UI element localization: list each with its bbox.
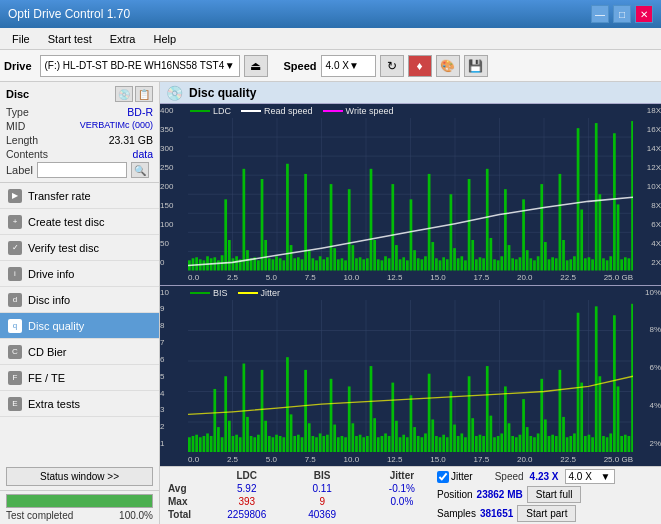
svg-rect-74 <box>395 245 398 270</box>
speed-dropdown[interactable]: 4.0 X ▼ <box>565 469 615 484</box>
nav-cd-bier[interactable]: C CD Bier <box>0 339 159 365</box>
svg-rect-263 <box>584 435 587 452</box>
drive-selector[interactable]: (F:) HL-DT-ST BD-RE WH16NS58 TST4 ▼ <box>40 55 240 77</box>
theme-button[interactable]: 🎨 <box>436 55 460 77</box>
svg-rect-273 <box>620 435 623 452</box>
nav-transfer-rate[interactable]: ▶ Transfer rate <box>0 183 159 209</box>
svg-rect-258 <box>566 437 569 452</box>
menu-help[interactable]: Help <box>145 31 184 47</box>
disc-quality-icon: q <box>8 319 22 333</box>
svg-rect-67 <box>370 169 373 271</box>
nav-disc-quality[interactable]: q Disc quality <box>0 313 159 339</box>
save-button[interactable]: 💾 <box>464 55 488 77</box>
eject-button[interactable]: ⏏ <box>244 55 268 77</box>
chart-title: Disc quality <box>189 86 256 100</box>
svg-rect-274 <box>624 434 627 452</box>
svg-rect-29 <box>232 258 235 270</box>
svg-rect-214 <box>406 437 409 452</box>
nav-drive-info[interactable]: i Drive info <box>0 261 159 287</box>
svg-rect-99 <box>486 169 489 271</box>
svg-rect-111 <box>529 258 532 270</box>
start-full-button[interactable]: Start full <box>527 486 582 503</box>
refresh-button[interactable]: ↻ <box>380 55 404 77</box>
samples-value: 381651 <box>480 508 513 519</box>
menu-extra[interactable]: Extra <box>102 31 144 47</box>
svg-rect-42 <box>279 258 282 270</box>
svg-rect-126 <box>584 258 587 270</box>
close-button[interactable]: ✕ <box>635 5 653 23</box>
svg-rect-113 <box>537 256 540 270</box>
svg-rect-193 <box>330 378 333 452</box>
avg-ldc: 5.92 <box>204 482 290 495</box>
ldc-legend: LDC Read speed Write speed <box>190 106 393 116</box>
svg-rect-164 <box>224 376 227 452</box>
nav-fe-te-label: FE / TE <box>28 372 65 384</box>
nav-disc-quality-label: Disc quality <box>28 320 84 332</box>
length-value: 23.31 GB <box>109 134 153 146</box>
svg-rect-86 <box>439 260 442 270</box>
settings-button[interactable]: ♦ <box>408 55 432 77</box>
start-part-button[interactable]: Start part <box>517 505 576 522</box>
minimize-button[interactable]: — <box>591 5 609 23</box>
svg-rect-194 <box>333 424 336 452</box>
nav-extra-tests[interactable]: E Extra tests <box>0 391 159 417</box>
svg-rect-182 <box>290 414 293 452</box>
svg-rect-27 <box>224 199 227 270</box>
svg-rect-116 <box>548 259 551 270</box>
charts-container: LDC Read speed Write speed 0501001502002… <box>160 104 661 466</box>
svg-rect-49 <box>304 174 307 271</box>
svg-rect-135 <box>617 204 620 270</box>
progress-pct: 100.0% <box>119 510 153 521</box>
label-input[interactable] <box>37 162 127 178</box>
svg-rect-136 <box>620 259 623 270</box>
svg-rect-249 <box>533 437 536 452</box>
maximize-button[interactable]: □ <box>613 5 631 23</box>
mid-value: VERBATIMc (000) <box>80 120 153 132</box>
svg-rect-170 <box>246 416 249 452</box>
disc-icon-1[interactable]: 💿 <box>115 86 133 102</box>
svg-rect-213 <box>402 434 405 452</box>
drive-info-icon: i <box>8 267 22 281</box>
svg-rect-202 <box>362 437 365 452</box>
stats-table: LDC BIS Jitter Avg 5.92 0.11 -0.1% Max <box>164 469 433 521</box>
label-icon-btn[interactable]: 🔍 <box>131 162 149 178</box>
nav-fe-te[interactable]: F FE / TE <box>0 365 159 391</box>
stats-right-panel: Jitter Speed 4.23 X 4.0 X ▼ Position 238… <box>437 469 657 522</box>
svg-rect-85 <box>435 258 438 270</box>
disc-icon-2[interactable]: 📋 <box>135 86 153 102</box>
label-label: Label <box>6 164 33 176</box>
svg-rect-248 <box>529 435 532 452</box>
menu-file[interactable]: File <box>4 31 38 47</box>
menu-start-test[interactable]: Start test <box>40 31 100 47</box>
window-controls: — □ ✕ <box>591 5 653 23</box>
svg-rect-76 <box>402 257 405 270</box>
contents-label: Contents <box>6 148 48 160</box>
svg-rect-262 <box>580 382 583 452</box>
progress-section: Test completed 100.0% <box>0 490 159 524</box>
nav-verify-test-disc[interactable]: ✓ Verify test disc <box>0 235 159 261</box>
svg-rect-103 <box>500 256 503 270</box>
svg-rect-244 <box>515 437 518 452</box>
jitter-checkbox[interactable] <box>437 471 449 483</box>
svg-rect-38 <box>264 240 267 271</box>
svg-rect-129 <box>595 123 598 270</box>
svg-rect-242 <box>508 423 511 452</box>
speed-selector[interactable]: 4.0 X ▼ <box>321 55 376 77</box>
svg-rect-47 <box>297 257 300 270</box>
verify-test-disc-icon: ✓ <box>8 241 22 255</box>
status-window-button[interactable]: Status window >> <box>6 467 153 486</box>
max-label: Max <box>164 495 204 508</box>
svg-rect-238 <box>493 437 496 452</box>
svg-rect-184 <box>297 434 300 452</box>
svg-rect-269 <box>606 437 609 452</box>
svg-rect-98 <box>482 258 485 270</box>
chart-header-icon: 💿 <box>166 85 183 101</box>
bis-chart: BIS Jitter 12345678910 2%4%6%8%10% <box>160 286 661 467</box>
nav-disc-info[interactable]: d Disc info <box>0 287 159 313</box>
samples-label: Samples <box>437 508 476 519</box>
length-label: Length <box>6 134 38 146</box>
svg-rect-192 <box>326 434 329 452</box>
nav-create-test-disc[interactable]: + Create test disc <box>0 209 159 235</box>
ldc-header: LDC <box>204 469 290 482</box>
svg-rect-77 <box>406 260 409 270</box>
